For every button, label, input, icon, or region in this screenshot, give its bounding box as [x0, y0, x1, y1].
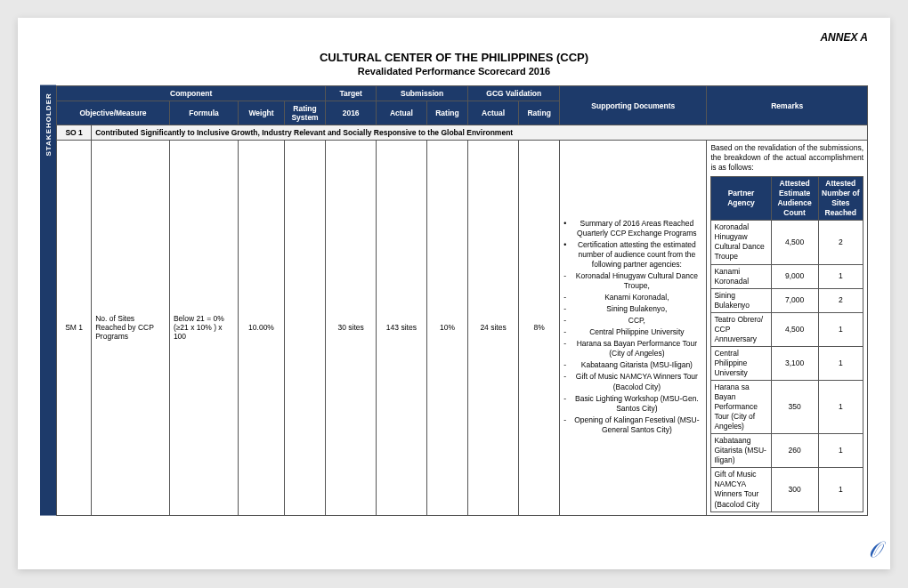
inner-count: 9,000: [771, 264, 818, 288]
doc-item: Harana sa Bayan Performance Tour (City o…: [563, 339, 702, 358]
inner-count: 300: [771, 468, 818, 511]
inner-count: 4,500: [771, 312, 818, 346]
doc-item: Opening of Kalingan Fesetival (MSU-Gener…: [563, 415, 702, 435]
doc-item: Basic Lighting Workshop (MSU-Gen. Santos…: [563, 394, 702, 414]
inner-agency: Central Philippine University: [711, 346, 771, 380]
inner-sites: 1: [818, 434, 863, 468]
so-row: SO 1 Contributed Significantly to Inclus…: [57, 125, 868, 141]
hdr-gcg-actual: Actual: [468, 101, 519, 125]
inner-row: Teatro Obrero/ CCP Annuversary4,5001: [711, 312, 863, 346]
inner-row: Koronadal Hinugyaw Cultural Dance Troupe…: [711, 221, 863, 264]
sm-id: SM 1: [57, 141, 92, 516]
remarks-inner-table: Partner Agency Attested Estimate Audienc…: [710, 176, 863, 511]
inner-agency: Teatro Obrero/ CCP Annuversary: [711, 312, 771, 346]
hdr-gcg: GCG Validation: [468, 86, 560, 101]
inner-count: 7,000: [771, 288, 818, 312]
sm-formula: Below 21 = 0% (≥21 x 10% ) x 100: [169, 141, 238, 516]
hdr-formula: Formula: [169, 101, 238, 125]
doc-item: Sining Bulakenyo,: [563, 304, 702, 314]
inner-agency: Sining Bulakenyo: [711, 288, 771, 312]
doc-item: Certification attesting the estimated nu…: [563, 240, 702, 270]
category-sidebar: STAKEHOLDER: [40, 85, 56, 516]
document-page: ANNEX A CULTURAL CENTER OF THE PHILIPPIN…: [18, 18, 890, 569]
annex-label: ANNEX A: [40, 31, 868, 44]
supporting-docs-cell: Summary of 2016 Areas Reached Quarterly …: [560, 141, 707, 516]
scorecard-table: Component Target Submission GCG Validati…: [56, 85, 868, 516]
inner-sites: 1: [818, 264, 863, 288]
sm-rating-system: [284, 141, 325, 516]
inner-count: 3,100: [771, 346, 818, 380]
hdr-target: Target: [326, 86, 377, 101]
hdr-objective: Objective/Measure: [57, 101, 170, 125]
title-block: CULTURAL CENTER OF THE PHILIPPINES (CCP): [40, 51, 868, 64]
sm-gcg-actual: 24 sites: [468, 141, 519, 516]
sm-objective: No. of Sites Reached by CCP Programs: [92, 141, 170, 516]
inner-sites: 1: [818, 346, 863, 380]
hdr-submission: Submission: [377, 86, 468, 101]
inner-sites: 2: [818, 221, 863, 264]
remarks-intro: Based on the revalidation of the submiss…: [710, 143, 863, 173]
hdr-sub-actual: Actual: [377, 101, 427, 125]
hdr-remarks: Remarks: [707, 86, 868, 125]
subtitle: Revalidated Performance Scorecard 2016: [40, 66, 868, 77]
hdr-component: Component: [57, 86, 326, 101]
inner-count: 260: [771, 434, 818, 468]
remarks-cell: Based on the revalidation of the submiss…: [707, 141, 868, 516]
signature-flourish: 𝒪: [866, 536, 880, 562]
inner-agency: Koronadal Hinugyaw Cultural Dance Troupe: [711, 221, 771, 264]
title-main: CULTURAL CENTER OF THE PHILIPPINES (CCP): [320, 51, 588, 64]
table-wrap: STAKEHOLDER Component Target: [40, 85, 868, 516]
sm-target: 30 sites: [326, 141, 377, 516]
hdr-rating-system: Rating System: [284, 101, 325, 125]
inner-row: Kanami Koronadal9,0001: [711, 264, 863, 288]
inner-hdr-sites: Attested Number of Sites Reached: [818, 177, 863, 221]
doc-item: Koronadal Hinugyaw Cultural Dance Troupe…: [563, 271, 702, 291]
sm-row: SM 1 No. of Sites Reached by CCP Program…: [57, 141, 868, 516]
so-desc: Contributed Significantly to Inclusive G…: [92, 125, 868, 141]
hdr-sub-rating: Rating: [426, 101, 467, 125]
inner-agency: Kanami Koronadal: [711, 264, 771, 288]
inner-sites: 1: [818, 468, 863, 511]
hdr-year: 2016: [326, 101, 377, 125]
inner-sites: 2: [818, 288, 863, 312]
sm-gcg-rating: 8%: [518, 141, 559, 516]
inner-row: Harana sa Bayan Performance Tour (City o…: [711, 380, 863, 433]
so-id: SO 1: [57, 125, 92, 141]
inner-sites: 1: [818, 312, 863, 346]
hdr-weight: Weight: [239, 101, 285, 125]
sm-weight: 10.00%: [239, 141, 285, 516]
inner-agency: Kabataang Gitarista (MSU-Iligan): [711, 434, 771, 468]
inner-hdr-agency: Partner Agency: [711, 177, 771, 221]
table-head: Component Target Submission GCG Validati…: [57, 86, 868, 125]
doc-item: Kabataang Gitarista (MSU-Iligan): [563, 360, 702, 370]
inner-row: Gift of Music NAMCYA Winners Tour (Bacol…: [711, 468, 863, 511]
doc-item: Central Philippine University: [563, 327, 702, 337]
hdr-supporting: Supporting Documents: [560, 86, 707, 125]
doc-item: CCP,: [563, 316, 702, 326]
inner-row: Sining Bulakenyo7,0002: [711, 288, 863, 312]
inner-row: Kabataang Gitarista (MSU-Iligan)2601: [711, 434, 863, 468]
inner-row: Central Philippine University3,1001: [711, 346, 863, 380]
hdr-gcg-rating: Rating: [518, 101, 559, 125]
inner-agency: Gift of Music NAMCYA Winners Tour (Bacol…: [711, 468, 771, 511]
doc-item: Gift of Music NAMCYA Winners Tour (Bacol…: [563, 372, 702, 391]
inner-sites: 1: [818, 380, 863, 433]
doc-item: Summary of 2016 Areas Reached Quarterly …: [563, 219, 702, 238]
inner-agency: Harana sa Bayan Performance Tour (City o…: [711, 380, 771, 433]
sm-sub-actual: 143 sites: [377, 141, 427, 516]
doc-item: Kanami Koronadal,: [563, 293, 702, 302]
inner-count: 350: [771, 380, 818, 433]
inner-count: 4,500: [771, 221, 818, 264]
inner-hdr-count: Attested Estimate Audience Count: [771, 177, 818, 221]
sm-sub-rating: 10%: [426, 141, 467, 516]
